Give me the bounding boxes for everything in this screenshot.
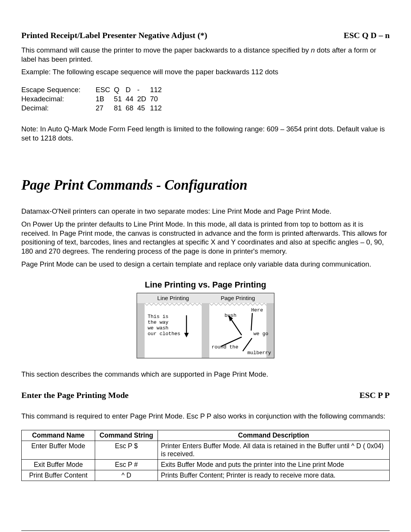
cmd-string: Esc P $ bbox=[95, 441, 158, 459]
table-row: Escape Sequence: ESC Q D - 112 bbox=[21, 86, 166, 95]
diagram-left-title: Line Printing bbox=[157, 295, 189, 301]
diagram-left-l2: the way bbox=[148, 320, 169, 325]
seq-cell: - bbox=[137, 86, 150, 95]
seq-cell: 112 bbox=[150, 104, 166, 113]
cmd-desc: Prints Buffer Content; Printer is ready … bbox=[158, 470, 389, 481]
seq-cell: 81 bbox=[114, 104, 126, 113]
diagram-right-t1: Here bbox=[251, 307, 263, 313]
section2-paragraph1: Datamax-O'Neil printers can operate in t… bbox=[21, 207, 390, 216]
section3-title-left: Enter the Page Printing Mode bbox=[21, 390, 129, 400]
diagram-wrap: Line Printing Page Printing This is the … bbox=[21, 293, 390, 358]
diagram-left-l1: This is bbox=[148, 314, 169, 320]
arrow-shaft-3 bbox=[251, 313, 252, 331]
section2-paragraph2: On Power Up the printer defaults to Line… bbox=[21, 220, 390, 256]
page-footer: 36 bbox=[21, 530, 390, 532]
cmd-string: Esc P # bbox=[95, 459, 158, 470]
diagram-heading: Line Printing vs. Page Printing bbox=[21, 280, 390, 290]
diagram-right-t5: mulberry bbox=[247, 350, 271, 356]
section3-paragraph1: This command is required to enter Page P… bbox=[21, 412, 390, 421]
seq-cell: 2D bbox=[137, 95, 150, 104]
cmd-desc: Printer Enters Buffer Mode. All data is … bbox=[158, 441, 389, 459]
seq-cell: ESC bbox=[96, 86, 114, 95]
section3-header: Enter the Page Printing Mode ESC P P bbox=[21, 390, 390, 400]
arrow-shaft-1 bbox=[230, 318, 242, 335]
diagram-left-l4: our clothes bbox=[148, 331, 180, 337]
section2-paragraph4: This section describes the commands whic… bbox=[21, 370, 390, 379]
seq-label: Decimal: bbox=[21, 104, 96, 113]
section1-paragraph2: Example: The following escape sequence w… bbox=[21, 67, 390, 77]
seq-cell: 51 bbox=[114, 95, 126, 104]
seq-cell: 1B bbox=[96, 95, 114, 104]
section1-header: Printed Receipt/Label Presenter Negative… bbox=[21, 30, 390, 40]
seq-cell: D bbox=[126, 86, 137, 95]
seq-cell: Q bbox=[114, 86, 126, 95]
seq-label: Escape Sequence: bbox=[21, 86, 96, 95]
th-command-name: Command Name bbox=[22, 430, 95, 441]
escape-sequence-table: Escape Sequence: ESC Q D - 112 Hexadecim… bbox=[21, 86, 166, 113]
seq-cell: 27 bbox=[96, 104, 114, 113]
cmd-string: ^ D bbox=[95, 470, 158, 481]
cmd-desc: Exits Buffer Mode and puts the printer i… bbox=[158, 459, 389, 470]
command-table: Command Name Command String Command Desc… bbox=[21, 430, 390, 481]
table-row: Print Buffer Content ^ D Prints Buffer C… bbox=[22, 470, 390, 481]
section1-paragraph1: This command will cause the printer to m… bbox=[21, 46, 390, 64]
th-command-string: Command String bbox=[95, 430, 158, 441]
line-vs-page-diagram: Line Printing Page Printing This is the … bbox=[137, 293, 274, 358]
diagram-right-title: Page Printing bbox=[221, 295, 255, 301]
section1-p1a: This command will cause the printer to m… bbox=[21, 46, 311, 54]
section1-note: Note: In Auto Q-Mark Mode Form Feed leng… bbox=[21, 125, 390, 142]
seq-cell: 68 bbox=[126, 104, 137, 113]
zigzag-left bbox=[145, 303, 202, 305]
arrow-shaft-4 bbox=[243, 338, 252, 351]
seq-label: Hexadecimal: bbox=[21, 95, 96, 104]
diagram-left-l3: we wash bbox=[148, 325, 169, 331]
diagram-right-t3: we go bbox=[253, 331, 268, 337]
seq-cell: 45 bbox=[137, 104, 150, 113]
down-arrow-head-icon bbox=[184, 333, 189, 337]
table-row: Decimal: 27 81 68 45 112 bbox=[21, 104, 166, 113]
seq-cell: 112 bbox=[150, 86, 166, 95]
seq-cell: 70 bbox=[150, 95, 166, 104]
table-row: Exit Buffer Mode Esc P # Exits Buffer Mo… bbox=[22, 459, 390, 470]
table-row: Enter Buffer Mode Esc P $ Printer Enters… bbox=[22, 441, 390, 459]
main-heading: Page Print Commands - Configuration bbox=[21, 177, 390, 193]
page-body: Printed Receipt/Label Presenter Negative… bbox=[0, 0, 411, 496]
section3-title-right: ESC P P bbox=[360, 390, 390, 400]
section1-p1-n: n bbox=[311, 46, 315, 54]
cmd-name: Exit Buffer Mode bbox=[22, 459, 95, 470]
section1-title-right: ESC Q D – n bbox=[344, 30, 390, 40]
section1-title-left: Printed Receipt/Label Presenter Negative… bbox=[21, 30, 207, 40]
cmd-name: Print Buffer Content bbox=[22, 470, 95, 481]
zigzag-right bbox=[209, 303, 266, 305]
cmd-name: Enter Buffer Mode bbox=[22, 441, 95, 459]
table-header-row: Command Name Command String Command Desc… bbox=[22, 430, 390, 441]
seq-cell: 44 bbox=[126, 95, 137, 104]
th-command-description: Command Description bbox=[158, 430, 389, 441]
table-row: Hexadecimal: 1B 51 44 2D 70 bbox=[21, 95, 166, 104]
section2-paragraph3: Page Print Mode can be used to design a … bbox=[21, 260, 390, 269]
